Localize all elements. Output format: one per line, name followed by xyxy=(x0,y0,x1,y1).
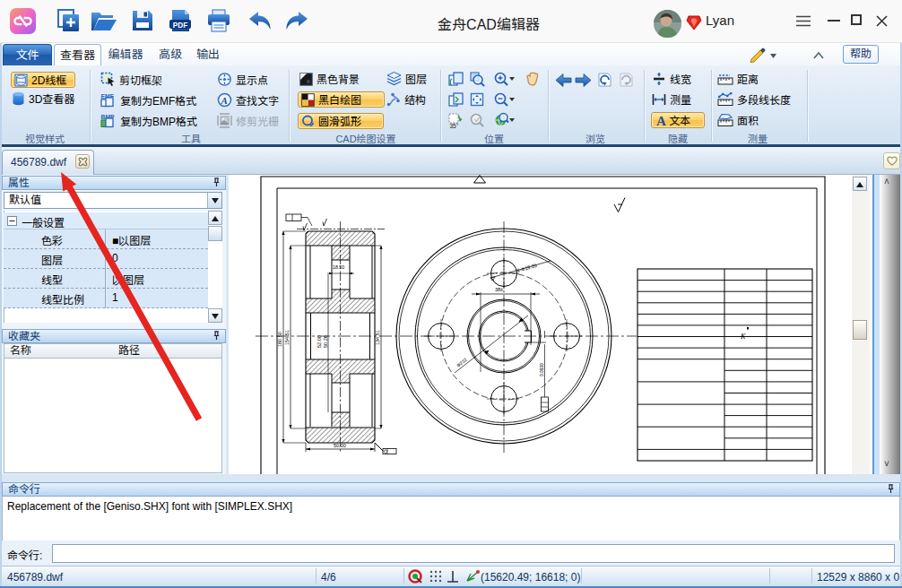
svg-text:35°: 35° xyxy=(450,123,459,129)
svg-text:50.26: 50.26 xyxy=(323,335,328,348)
svg-text:K: K xyxy=(740,333,746,341)
svg-text:Φ232: Φ232 xyxy=(455,357,468,368)
svg-text:PDF: PDF xyxy=(173,22,187,30)
svg-text:160.50: 160.50 xyxy=(277,332,282,347)
svg-text:154.51: 154.51 xyxy=(284,330,290,345)
svg-text:50.00: 50.00 xyxy=(334,443,346,448)
svg-text:0.0500: 0.0500 xyxy=(540,363,544,376)
svg-text:18.50: 18.50 xyxy=(333,264,344,270)
svg-text:4-Φ19.05: 4-Φ19.05 xyxy=(516,263,538,273)
svg-text:A: A xyxy=(221,95,228,106)
svg-text:134.51: 134.51 xyxy=(375,330,380,345)
svg-text:52.00: 52.00 xyxy=(317,335,322,348)
svg-text:38±: 38± xyxy=(495,287,503,292)
